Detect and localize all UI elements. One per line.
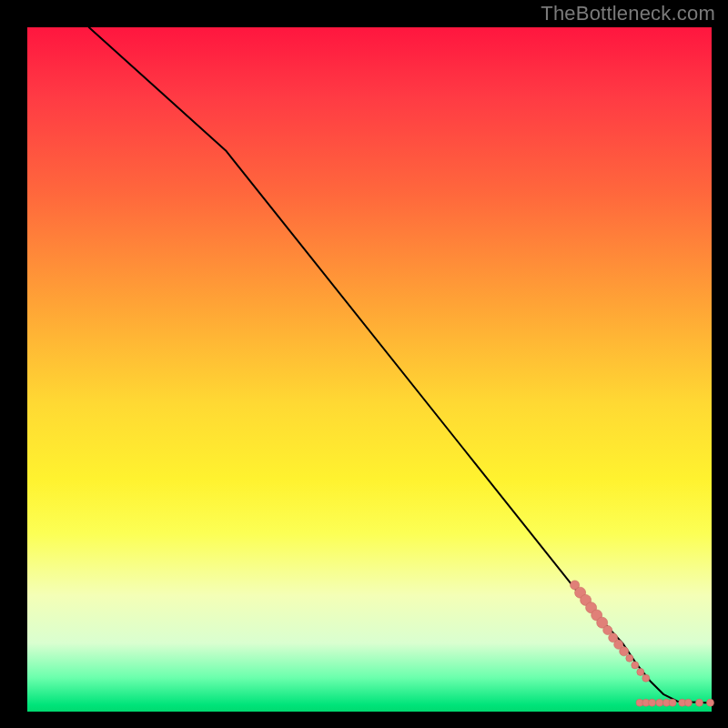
data-point [642,674,650,682]
data-point [603,626,612,635]
plot-area [27,27,712,712]
data-point [626,654,633,662]
data-point [684,699,692,706]
data-point [632,662,639,669]
bottleneck-curve [89,27,712,703]
data-point [620,647,629,656]
data-point [649,699,656,706]
data-point [637,668,644,675]
data-markers [571,581,714,706]
watermark-text: TheBottleneck.com [541,2,715,25]
chart-overlay [27,27,712,712]
data-point [656,699,663,706]
chart-stage: TheBottleneck.com [0,0,728,728]
data-point [707,699,714,706]
data-point [669,699,676,706]
data-point [696,699,703,706]
